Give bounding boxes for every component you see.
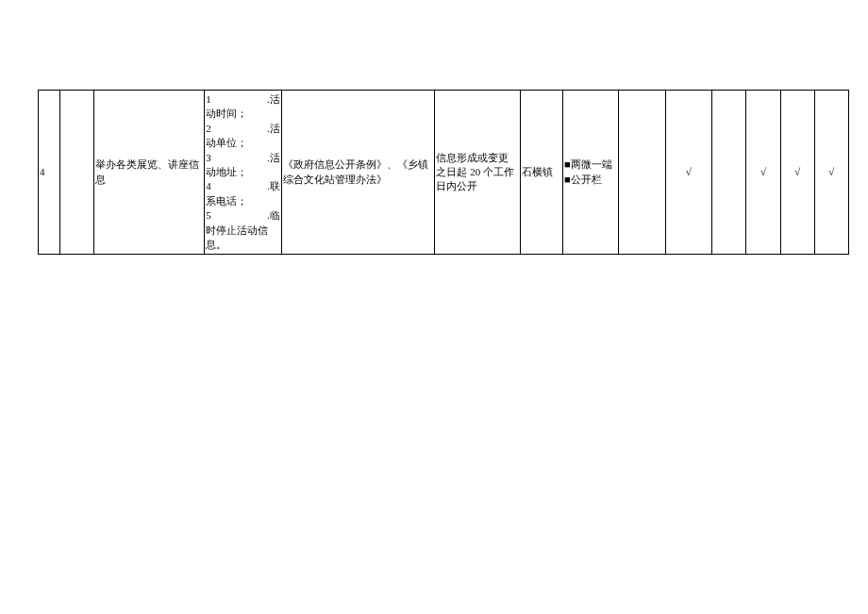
content-4b: 系电话； xyxy=(206,194,279,208)
content-2b: 动单位； xyxy=(206,136,279,150)
content-5n: 5 xyxy=(206,208,215,223)
content-5t: .临 xyxy=(215,208,279,223)
channel-1: ■两微一端 xyxy=(564,158,617,172)
cell-c14: √ xyxy=(814,91,848,255)
cell-subject: 石横镇 xyxy=(520,91,562,255)
channel-2: ■公开栏 xyxy=(564,173,617,187)
content-1n: 1 xyxy=(206,92,215,107)
cell-content: 1.活 动时间； 2.活 动单位； 3.活 动地址； 4.联 系电话； 5.临 … xyxy=(205,91,281,255)
content-2n: 2 xyxy=(206,122,215,136)
content-3b: 动地址； xyxy=(206,165,279,179)
content-3n: 3 xyxy=(206,151,215,165)
cell-timing: 信息形成或变更之日起 20 个工作日内公开 xyxy=(435,91,520,255)
data-table: 4 举办各类展览、讲座信息 1.活 动时间； 2.活 动单位； 3.活 动地址；… xyxy=(38,90,849,255)
cell-c12: √ xyxy=(746,91,780,255)
cell-c13: √ xyxy=(780,91,814,255)
table-row: 4 举办各类展览、讲座信息 1.活 动时间； 2.活 动单位； 3.活 动地址；… xyxy=(39,91,849,255)
content-3t: .活 xyxy=(215,151,279,165)
content-2t: .活 xyxy=(215,122,279,136)
cell-blank xyxy=(59,91,93,255)
content-4t: .联 xyxy=(215,179,279,193)
cell-c11 xyxy=(712,91,746,255)
cell-item: 举办各类展览、讲座信息 xyxy=(93,91,205,255)
content-1b: 动时间； xyxy=(206,107,279,121)
content-5b: 时停止活动信息。 xyxy=(206,224,279,253)
table-wrapper: 4 举办各类展览、讲座信息 1.活 动时间； 2.活 动单位； 3.活 动地址；… xyxy=(38,90,849,255)
cell-c10: √ xyxy=(665,91,712,255)
content-4n: 4 xyxy=(206,179,215,193)
cell-basis: 《政府信息公开条例》、《乡镇综合文化站管理办法》 xyxy=(281,91,435,255)
cell-no: 4 xyxy=(39,91,60,255)
cell-channel: ■两微一端 ■公开栏 xyxy=(563,91,619,255)
content-1t: .活 xyxy=(215,92,279,107)
cell-c9 xyxy=(618,91,665,255)
